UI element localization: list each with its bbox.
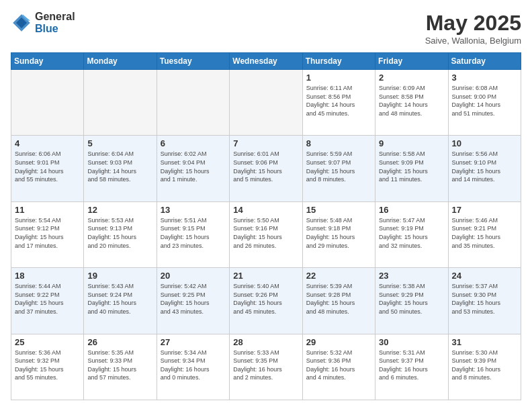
day-number: 4 — [15, 138, 80, 148]
day-number: 15 — [306, 205, 371, 215]
day-number: 17 — [452, 205, 517, 215]
table-row: 25Sunrise: 5:36 AM Sunset: 9:32 PM Dayli… — [11, 334, 84, 400]
table-row: 3Sunrise: 6:08 AM Sunset: 9:00 PM Daylig… — [448, 70, 521, 136]
day-info: Sunrise: 5:39 AM Sunset: 9:28 PM Dayligh… — [306, 282, 371, 316]
table-row — [11, 70, 84, 136]
col-sunday: Sunday — [11, 53, 84, 70]
table-row: 19Sunrise: 5:43 AM Sunset: 9:24 PM Dayli… — [84, 268, 157, 334]
table-row: 18Sunrise: 5:44 AM Sunset: 9:22 PM Dayli… — [11, 268, 84, 334]
location: Saive, Wallonia, Belgium — [425, 36, 521, 46]
day-info: Sunrise: 5:37 AM Sunset: 9:30 PM Dayligh… — [452, 282, 517, 316]
day-number: 31 — [452, 337, 517, 347]
day-number: 27 — [161, 337, 226, 347]
day-info: Sunrise: 5:35 AM Sunset: 9:33 PM Dayligh… — [87, 349, 152, 382]
day-number: 23 — [379, 271, 444, 281]
day-number: 13 — [161, 205, 226, 215]
day-number: 6 — [161, 138, 226, 148]
table-row: 29Sunrise: 5:32 AM Sunset: 9:36 PM Dayli… — [302, 334, 375, 400]
day-number: 3 — [452, 73, 517, 83]
day-info: Sunrise: 5:47 AM Sunset: 9:19 PM Dayligh… — [379, 216, 444, 250]
table-row: 12Sunrise: 5:53 AM Sunset: 9:13 PM Dayli… — [84, 201, 157, 267]
header-row: Sunday Monday Tuesday Wednesday Thursday… — [11, 53, 521, 70]
day-info: Sunrise: 5:46 AM Sunset: 9:21 PM Dayligh… — [452, 216, 517, 250]
header: General Blue May 2025 Saive, Wallonia, B… — [11, 11, 521, 46]
day-info: Sunrise: 5:43 AM Sunset: 9:24 PM Dayligh… — [87, 282, 152, 316]
table-row: 4Sunrise: 6:06 AM Sunset: 9:01 PM Daylig… — [11, 136, 84, 201]
day-info: Sunrise: 6:02 AM Sunset: 9:04 PM Dayligh… — [161, 150, 226, 183]
day-number: 14 — [233, 205, 298, 215]
day-number: 28 — [233, 337, 298, 347]
day-number: 29 — [306, 337, 371, 347]
title-block: May 2025 Saive, Wallonia, Belgium — [425, 11, 521, 46]
day-number: 9 — [379, 138, 444, 148]
day-info: Sunrise: 5:53 AM Sunset: 9:13 PM Dayligh… — [87, 216, 152, 250]
day-info: Sunrise: 5:30 AM Sunset: 9:39 PM Dayligh… — [452, 349, 517, 382]
day-info: Sunrise: 5:38 AM Sunset: 9:29 PM Dayligh… — [379, 282, 444, 316]
table-row: 9Sunrise: 5:58 AM Sunset: 9:09 PM Daylig… — [375, 136, 448, 201]
table-row: 27Sunrise: 5:34 AM Sunset: 9:34 PM Dayli… — [157, 334, 229, 400]
table-row: 23Sunrise: 5:38 AM Sunset: 9:29 PM Dayli… — [375, 268, 448, 334]
table-row: 15Sunrise: 5:48 AM Sunset: 9:18 PM Dayli… — [302, 201, 375, 267]
day-info: Sunrise: 6:01 AM Sunset: 9:06 PM Dayligh… — [233, 150, 298, 183]
month-title: May 2025 — [425, 11, 521, 36]
col-tuesday: Tuesday — [157, 53, 229, 70]
day-number: 20 — [161, 271, 226, 281]
day-info: Sunrise: 6:11 AM Sunset: 8:56 PM Dayligh… — [306, 84, 371, 118]
calendar-week-row: 11Sunrise: 5:54 AM Sunset: 9:12 PM Dayli… — [11, 201, 521, 267]
day-number: 2 — [379, 73, 444, 83]
day-number: 16 — [379, 205, 444, 215]
col-thursday: Thursday — [302, 53, 375, 70]
logo-blue-text: Blue — [35, 23, 75, 35]
table-row: 28Sunrise: 5:33 AM Sunset: 9:35 PM Dayli… — [230, 334, 302, 400]
day-number: 26 — [87, 337, 152, 347]
table-row: 10Sunrise: 5:56 AM Sunset: 9:10 PM Dayli… — [448, 136, 521, 201]
table-row: 20Sunrise: 5:42 AM Sunset: 9:25 PM Dayli… — [157, 268, 229, 334]
day-number: 19 — [87, 271, 152, 281]
calendar-week-row: 25Sunrise: 5:36 AM Sunset: 9:32 PM Dayli… — [11, 334, 521, 400]
col-saturday: Saturday — [448, 53, 521, 70]
day-info: Sunrise: 5:48 AM Sunset: 9:18 PM Dayligh… — [306, 216, 371, 250]
logo: General Blue — [11, 11, 75, 34]
table-row — [157, 70, 229, 136]
day-info: Sunrise: 6:08 AM Sunset: 9:00 PM Dayligh… — [452, 84, 517, 118]
day-number: 10 — [452, 138, 517, 148]
table-row: 31Sunrise: 5:30 AM Sunset: 9:39 PM Dayli… — [448, 334, 521, 400]
day-info: Sunrise: 5:51 AM Sunset: 9:15 PM Dayligh… — [161, 216, 226, 250]
col-monday: Monday — [84, 53, 157, 70]
table-row: 8Sunrise: 5:59 AM Sunset: 9:07 PM Daylig… — [302, 136, 375, 201]
calendar-week-row: 4Sunrise: 6:06 AM Sunset: 9:01 PM Daylig… — [11, 136, 521, 201]
table-row: 22Sunrise: 5:39 AM Sunset: 9:28 PM Dayli… — [302, 268, 375, 334]
table-row: 14Sunrise: 5:50 AM Sunset: 9:16 PM Dayli… — [230, 201, 302, 267]
day-number: 5 — [87, 138, 152, 148]
day-number: 18 — [15, 271, 80, 281]
day-info: Sunrise: 6:04 AM Sunset: 9:03 PM Dayligh… — [87, 150, 152, 183]
table-row: 7Sunrise: 6:01 AM Sunset: 9:06 PM Daylig… — [230, 136, 302, 201]
day-number: 30 — [379, 337, 444, 347]
day-info: Sunrise: 5:42 AM Sunset: 9:25 PM Dayligh… — [161, 282, 226, 316]
page: General Blue May 2025 Saive, Wallonia, B… — [0, 0, 532, 411]
table-row — [230, 70, 302, 136]
table-row: 16Sunrise: 5:47 AM Sunset: 9:19 PM Dayli… — [375, 201, 448, 267]
day-number: 11 — [15, 205, 80, 215]
day-info: Sunrise: 5:59 AM Sunset: 9:07 PM Dayligh… — [306, 150, 371, 183]
day-info: Sunrise: 5:31 AM Sunset: 9:37 PM Dayligh… — [379, 349, 444, 382]
col-wednesday: Wednesday — [230, 53, 302, 70]
calendar-week-row: 1Sunrise: 6:11 AM Sunset: 8:56 PM Daylig… — [11, 70, 521, 136]
day-info: Sunrise: 5:32 AM Sunset: 9:36 PM Dayligh… — [306, 349, 371, 382]
day-info: Sunrise: 5:36 AM Sunset: 9:32 PM Dayligh… — [15, 349, 80, 382]
day-info: Sunrise: 5:50 AM Sunset: 9:16 PM Dayligh… — [233, 216, 298, 250]
table-row: 6Sunrise: 6:02 AM Sunset: 9:04 PM Daylig… — [157, 136, 229, 201]
day-info: Sunrise: 5:44 AM Sunset: 9:22 PM Dayligh… — [15, 282, 80, 316]
logo-text: General Blue — [35, 11, 75, 34]
calendar-table: Sunday Monday Tuesday Wednesday Thursday… — [11, 52, 521, 400]
table-row: 11Sunrise: 5:54 AM Sunset: 9:12 PM Dayli… — [11, 201, 84, 267]
col-friday: Friday — [375, 53, 448, 70]
day-info: Sunrise: 5:58 AM Sunset: 9:09 PM Dayligh… — [379, 150, 444, 183]
logo-icon — [11, 12, 32, 34]
day-info: Sunrise: 5:40 AM Sunset: 9:26 PM Dayligh… — [233, 282, 298, 316]
day-info: Sunrise: 5:54 AM Sunset: 9:12 PM Dayligh… — [15, 216, 80, 250]
table-row: 21Sunrise: 5:40 AM Sunset: 9:26 PM Dayli… — [230, 268, 302, 334]
table-row: 17Sunrise: 5:46 AM Sunset: 9:21 PM Dayli… — [448, 201, 521, 267]
day-number: 12 — [87, 205, 152, 215]
day-number: 21 — [233, 271, 298, 281]
